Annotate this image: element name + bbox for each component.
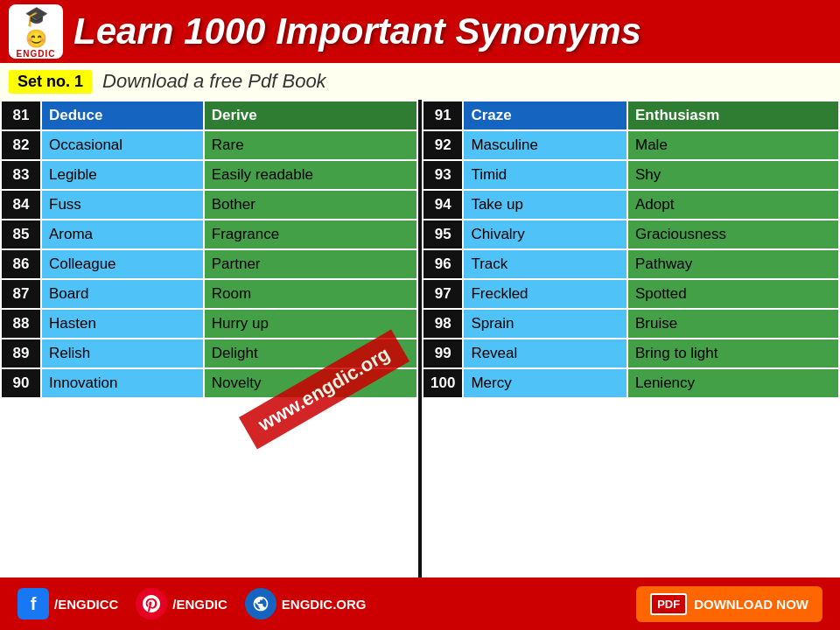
right-row-num: 99 (423, 339, 463, 368)
left-row-word: Occasional (41, 130, 204, 160)
right-table-row: 96 Track Pathway (423, 249, 839, 279)
left-row-num: 85 (1, 220, 41, 249)
left-row-num: 90 (1, 368, 41, 398)
right-row-synonym: Bruise (627, 309, 839, 339)
left-row-word: Innovation (41, 368, 204, 398)
left-row-synonym: Room (204, 279, 417, 309)
left-row-num: 88 (1, 309, 41, 339)
pinterest-social: /ENGDIC (136, 588, 228, 620)
right-row-num: 92 (423, 130, 463, 160)
right-row-num: 98 (423, 309, 463, 339)
right-row-num: 94 (423, 190, 463, 220)
left-row-word: Relish (41, 339, 204, 368)
left-row-synonym: Delight (204, 339, 417, 368)
left-table-row: 85 Aroma Fragrance (1, 220, 417, 249)
right-row-num: 95 (423, 220, 463, 249)
left-row-synonym: Easily readable (204, 160, 417, 190)
left-row-synonym: Novelty (204, 368, 417, 398)
sub-header-cta: Download a free Pdf Book (102, 70, 326, 93)
left-row-num: 87 (1, 279, 41, 309)
left-table-row: 87 Board Room (1, 279, 417, 309)
left-row-word: Aroma (41, 220, 204, 249)
left-row-word: Fuss (41, 190, 204, 220)
facebook-icon: f (18, 588, 49, 620)
logo-face-icon: 😊 (25, 28, 47, 49)
right-col1-header: Craze (463, 101, 627, 130)
right-table-row: 99 Reveal Bring to light (423, 339, 839, 368)
left-table-row: 83 Legible Easily readable (1, 160, 417, 190)
page-title: Learn 1000 Important Synonyms (74, 10, 641, 52)
right-row-synonym: Pathway (627, 249, 839, 279)
right-row-word: Take up (463, 190, 627, 220)
right-table-row: 93 Timid Shy (423, 160, 839, 190)
pinterest-icon (136, 588, 167, 620)
left-table-row: 88 Hasten Hurry up (1, 309, 417, 339)
left-row-word: Legible (41, 160, 204, 190)
left-col2-header: Derive (204, 101, 417, 130)
right-table-row: 94 Take up Adopt (423, 190, 839, 220)
left-col1-header: Deduce (41, 101, 204, 130)
facebook-label: /ENGDICC (54, 597, 118, 612)
pdf-badge: PDF (650, 593, 687, 615)
right-col2-header: Enthusiasm (627, 101, 839, 130)
right-row-word: Timid (463, 160, 627, 190)
left-table-row: 84 Fuss Bother (1, 190, 417, 220)
download-label: DOWNLOAD NOW (694, 597, 808, 612)
logo-text: ENGDIC (17, 49, 56, 59)
left-table-row: 89 Relish Delight (1, 339, 417, 368)
right-table-row: 100 Mercy Leniency (423, 368, 839, 398)
left-row-synonym: Hurry up (204, 309, 417, 339)
right-row-word: Masculine (463, 130, 627, 160)
left-header-num: 81 (1, 101, 41, 130)
left-row-num: 83 (1, 160, 41, 190)
sub-header: Set no. 1 Download a free Pdf Book (0, 63, 840, 100)
right-row-synonym: Bring to light (627, 339, 839, 368)
left-row-synonym: Partner (204, 249, 417, 279)
left-row-synonym: Bother (204, 190, 417, 220)
right-row-synonym: Male (627, 130, 839, 160)
globe-icon (245, 588, 276, 620)
right-row-word: Chivalry (463, 220, 627, 249)
logo-cap-icon: 🎓 (24, 5, 48, 28)
left-row-synonym: Rare (204, 130, 417, 160)
right-row-num: 100 (423, 368, 463, 398)
website-label: ENGDIC.ORG (282, 597, 367, 612)
right-table-row: 92 Masculine Male (423, 130, 839, 160)
right-row-word: Sprain (463, 309, 627, 339)
left-row-num: 84 (1, 190, 41, 220)
right-table: 91 Craze Enthusiasm 92 Masculine Male 93… (422, 100, 840, 578)
header: 🎓 😊 ENGDIC Learn 1000 Important Synonyms (0, 0, 840, 63)
left-row-synonym: Fragrance (204, 220, 417, 249)
left-row-word: Colleague (41, 249, 204, 279)
left-row-word: Board (41, 279, 204, 309)
left-table-row: 86 Colleague Partner (1, 249, 417, 279)
left-table: 81 Deduce Derive 82 Occasional Rare 83 L… (0, 100, 418, 578)
right-table-row: 95 Chivalry Graciousness (423, 220, 839, 249)
logo: 🎓 😊 ENGDIC (9, 4, 63, 59)
pinterest-label: /ENGDIC (172, 597, 228, 612)
right-row-synonym: Spotted (627, 279, 839, 309)
right-header-num: 91 (423, 101, 463, 130)
right-row-num: 96 (423, 249, 463, 279)
set-badge: Set no. 1 (9, 70, 92, 94)
right-row-synonym: Adopt (627, 190, 839, 220)
left-row-word: Hasten (41, 309, 204, 339)
website-social: ENGDIC.ORG (245, 588, 367, 620)
facebook-social: f /ENGDICC (18, 588, 118, 620)
right-row-synonym: Graciousness (627, 220, 839, 249)
right-row-synonym: Shy (627, 160, 839, 190)
right-row-word: Mercy (463, 368, 627, 398)
left-table-row: 82 Occasional Rare (1, 130, 417, 160)
left-row-num: 86 (1, 249, 41, 279)
left-row-num: 82 (1, 130, 41, 160)
right-row-synonym: Leniency (627, 368, 839, 398)
download-button[interactable]: PDF DOWNLOAD NOW (636, 586, 822, 622)
right-row-word: Track (463, 249, 627, 279)
right-row-num: 93 (423, 160, 463, 190)
right-row-word: Freckled (463, 279, 627, 309)
main-content: 81 Deduce Derive 82 Occasional Rare 83 L… (0, 100, 840, 578)
right-row-word: Reveal (463, 339, 627, 368)
left-table-row: 90 Innovation Novelty (1, 368, 417, 398)
right-row-num: 97 (423, 279, 463, 309)
right-table-row: 97 Freckled Spotted (423, 279, 839, 309)
